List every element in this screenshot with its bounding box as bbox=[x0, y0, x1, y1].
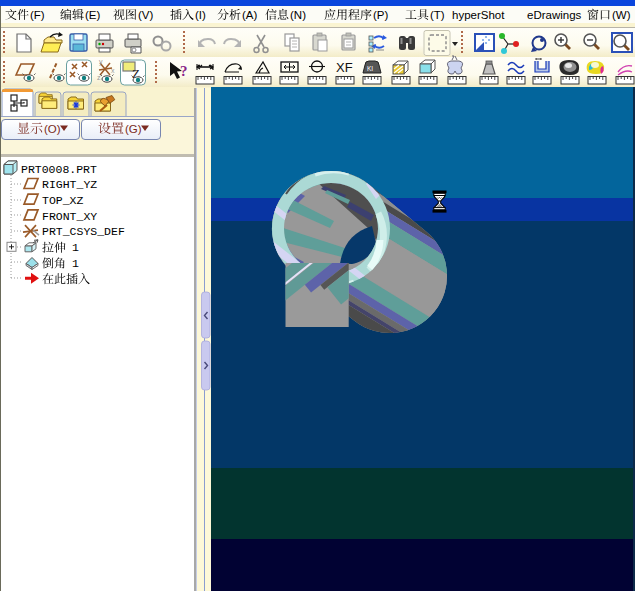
svg-text:(T): (T) bbox=[430, 9, 445, 21]
svg-text:(E): (E) bbox=[85, 9, 101, 21]
svg-text:(P): (P) bbox=[373, 9, 389, 21]
svg-text:(O): (O) bbox=[44, 123, 61, 135]
svg-text:z: z bbox=[97, 74, 101, 81]
svg-text:(W): (W) bbox=[612, 9, 631, 21]
svg-text:(F): (F) bbox=[30, 9, 45, 21]
svg-text:XF: XF bbox=[336, 60, 353, 75]
svg-text:(A): (A) bbox=[242, 9, 258, 21]
svg-text:FRONT_XY: FRONT_XY bbox=[42, 210, 97, 223]
svg-text:PRT0008.PRT: PRT0008.PRT bbox=[21, 163, 97, 176]
svg-text:?: ? bbox=[180, 63, 188, 79]
svg-text:(N): (N) bbox=[290, 9, 306, 21]
svg-text:(I): (I) bbox=[195, 9, 206, 21]
svg-text:y: y bbox=[99, 58, 103, 66]
svg-text:TOP_XZ: TOP_XZ bbox=[42, 194, 84, 207]
svg-text:(V): (V) bbox=[138, 9, 154, 21]
svg-text:PRT_CSYS_DEF: PRT_CSYS_DEF bbox=[42, 225, 125, 238]
svg-text:KI: KI bbox=[367, 65, 373, 72]
svg-text:(G): (G) bbox=[125, 123, 142, 135]
svg-text:1: 1 bbox=[72, 257, 79, 270]
svg-text:x: x bbox=[111, 67, 115, 74]
svg-text:eDrawings: eDrawings bbox=[527, 9, 582, 21]
svg-text:1: 1 bbox=[72, 241, 79, 254]
svg-text:hyperShot: hyperShot bbox=[452, 9, 505, 21]
svg-text:RIGHT_YZ: RIGHT_YZ bbox=[42, 178, 97, 191]
